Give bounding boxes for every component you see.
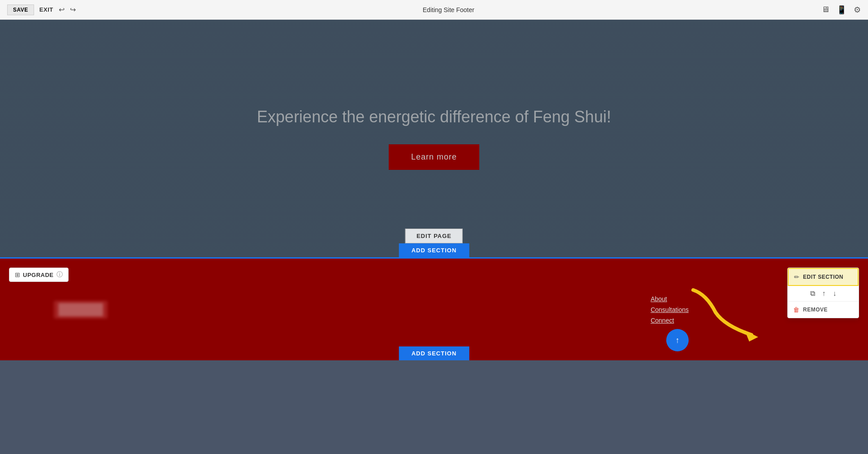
edit-page-container: EDIT PAGE ADD SECTION [399, 229, 469, 257]
remove-section-button[interactable]: 🗑 REMOVE [788, 302, 859, 318]
svg-marker-0 [745, 330, 758, 342]
arrow-annotation [680, 285, 778, 348]
logo-placeholder [58, 303, 103, 316]
section-actions: ⧉ ↑ ↓ [788, 286, 859, 302]
edit-section-panel: ✏ EDIT SECTION ⧉ ↑ ↓ 🗑 REMOVE [787, 268, 859, 318]
remove-label: REMOVE [803, 307, 828, 313]
upgrade-info-icon[interactable]: ⓘ [56, 271, 63, 279]
redo-button[interactable]: ↪ [70, 5, 76, 14]
view-icons: 🖥 📱 ⚙ [821, 5, 861, 15]
copy-section-button[interactable]: ⧉ [810, 290, 815, 298]
move-down-button[interactable]: ↓ [833, 290, 837, 298]
hero-section: Experience the energetic difference of F… [0, 20, 868, 257]
footer-nav-consultations[interactable]: Consultations [651, 306, 689, 313]
tablet-view-button[interactable]: 📱 [837, 5, 846, 15]
edit-page-button[interactable]: EDIT PAGE [405, 229, 463, 243]
footer-nav-about[interactable]: About [651, 295, 689, 303]
hero-title: Experience the energetic difference of F… [257, 108, 611, 126]
upgrade-grid-icon: ⊞ [15, 271, 20, 278]
canvas: Experience the energetic difference of F… [0, 20, 868, 454]
upgrade-badge[interactable]: ⊞ UPGRADE ⓘ [9, 268, 69, 282]
page-title: Editing Site Footer [81, 6, 816, 13]
circle-icon-button[interactable]: ↑ [666, 329, 689, 351]
upgrade-label: UPGRADE [23, 272, 54, 278]
learn-more-button[interactable]: Learn more [389, 144, 479, 170]
add-section-button-footer[interactable]: ADD SECTION [399, 346, 469, 360]
toolbar: SAVE EXIT ↩ ↪ Editing Site Footer 🖥 📱 ⚙ [0, 0, 868, 20]
desktop-view-button[interactable]: 🖥 [821, 5, 829, 14]
footer-section: ⊞ UPGRADE ⓘ About Consultations Connect … [0, 257, 868, 360]
undo-button[interactable]: ↩ [59, 5, 65, 14]
pencil-icon: ✏ [794, 273, 799, 281]
save-button[interactable]: SAVE [7, 4, 34, 15]
move-up-button[interactable]: ↑ [822, 290, 826, 298]
circle-icon-label: ↑ [676, 336, 680, 345]
trash-icon: 🗑 [793, 306, 799, 313]
footer-logo [54, 301, 108, 319]
edit-section-button[interactable]: ✏ EDIT SECTION [788, 268, 859, 286]
footer-nav: About Consultations Connect [651, 295, 689, 324]
add-section-button-hero[interactable]: ADD SECTION [399, 243, 469, 257]
edit-section-label: EDIT SECTION [803, 274, 843, 280]
settings-button[interactable]: ⚙ [854, 5, 861, 15]
footer-nav-connect[interactable]: Connect [651, 317, 689, 324]
exit-button[interactable]: EXIT [39, 6, 53, 13]
